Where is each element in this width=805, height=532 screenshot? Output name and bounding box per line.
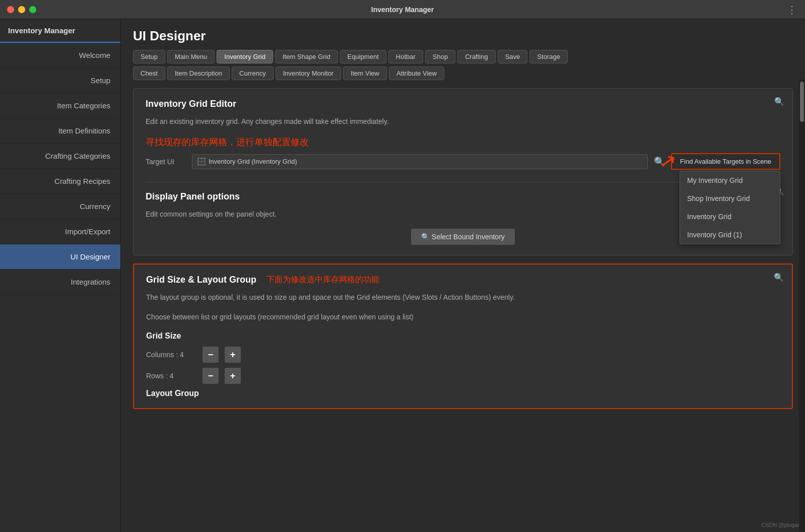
tab-storage[interactable]: Storage: [529, 50, 568, 63]
target-ui-select[interactable]: Inventory Grid (Inventory Grid): [192, 154, 648, 169]
target-ui-row: Target UI Inventory Grid (Inventory Grid…: [146, 153, 780, 170]
sidebar-header: Inventory Manager: [0, 19, 120, 43]
tab-hotbar[interactable]: Hotbar: [388, 50, 423, 63]
inventory-grid-editor-panel: 🔍 Inventory Grid Editor Edit an existing…: [133, 88, 793, 255]
dropdown-menu: My Inventory Grid Shop Inventory Grid In…: [680, 171, 780, 244]
rows-decrement-button[interactable]: −: [203, 368, 219, 384]
sidebar-item-item-definitions[interactable]: Item Definitions: [0, 118, 120, 144]
content-area: 🔍 Inventory Grid Editor Edit an existing…: [121, 83, 805, 532]
annotation-grid: 下面为修改选中库存网格的功能: [266, 275, 379, 285]
annotation-find-targets: 寻找现存的库存网格，进行单独配置修改: [146, 136, 309, 148]
inventory-grid-editor-title: Inventory Grid Editor: [146, 99, 780, 109]
app-container: Inventory Manager Welcome Setup Item Cat…: [0, 19, 805, 532]
maximize-button[interactable]: [29, 6, 36, 13]
grid-layout-desc1: The layout group is optional, it is used…: [146, 292, 780, 303]
columns-label: Columns : 4: [146, 351, 196, 359]
tab-chest[interactable]: Chest: [133, 66, 165, 80]
tab-attribute-view[interactable]: Attribute View: [389, 66, 444, 80]
dropdown-item-1[interactable]: Shop Inventory Grid: [680, 189, 780, 208]
sidebar-item-crafting-categories[interactable]: Crafting Categories: [0, 144, 120, 169]
grid-size-title: Grid Size: [146, 331, 780, 341]
tab-setup[interactable]: Setup: [133, 50, 165, 63]
tab-item-description[interactable]: Item Description: [167, 66, 230, 80]
tab-inventory-grid[interactable]: Inventory Grid: [217, 50, 273, 63]
inventory-grid-editor-desc: Edit an existing inventory grid. Any cha…: [146, 116, 780, 127]
title-bar: Inventory Manager ⋮: [0, 0, 805, 19]
rows-row: Rows : 4 − +: [146, 368, 780, 384]
panel-search-icon[interactable]: 🔍: [774, 97, 784, 106]
minimize-button[interactable]: [18, 6, 25, 13]
watermark: CSDN @jdogai: [761, 522, 799, 528]
window-title: Inventory Manager: [371, 6, 434, 14]
grid-size-layout-title: Grid Size & Layout Group: [146, 275, 256, 285]
scrollbar-thumb[interactable]: [800, 82, 804, 122]
dropdown-container: Find Available Targets in Scene My Inven…: [671, 153, 780, 170]
tab-save[interactable]: Save: [498, 50, 528, 63]
dropdown-item-3[interactable]: Inventory Grid (1): [680, 226, 780, 244]
sidebar-item-crafting-recipes[interactable]: Crafting Recipes: [0, 169, 120, 194]
close-button[interactable]: [7, 6, 14, 13]
layout-group-label: Layout Group: [146, 389, 780, 398]
sidebar: Inventory Manager Welcome Setup Item Cat…: [0, 19, 121, 532]
find-targets-button[interactable]: Find Available Targets in Scene: [671, 153, 780, 170]
grid-panel-search-icon[interactable]: 🔍: [774, 273, 784, 282]
tab-row-1: Setup Main Menu Inventory Grid Item Shap…: [121, 50, 805, 66]
window-controls: [7, 6, 36, 13]
select-bound-button[interactable]: 🔍 Select Bound Inventory: [411, 229, 515, 245]
tab-crafting[interactable]: Crafting: [457, 50, 496, 63]
grid-panel-header: Grid Size & Layout Group 下面为修改选中库存网格的功能: [146, 275, 780, 285]
sidebar-item-setup[interactable]: Setup: [0, 68, 120, 93]
page-title: UI Designer: [121, 19, 805, 50]
rows-increment-button[interactable]: +: [225, 368, 241, 384]
tab-main-menu[interactable]: Main Menu: [167, 50, 215, 63]
rows-label: Rows : 4: [146, 372, 196, 380]
tab-item-shape-grid[interactable]: Item Shape Grid: [275, 50, 338, 63]
tab-shop[interactable]: Shop: [425, 50, 455, 63]
columns-row: Columns : 4 − +: [146, 347, 780, 363]
sidebar-item-import-export[interactable]: Import/Export: [0, 219, 120, 244]
tab-currency[interactable]: Currency: [232, 66, 274, 80]
target-ui-label: Target UI: [146, 158, 186, 166]
sidebar-item-currency[interactable]: Currency: [0, 194, 120, 219]
grid-icon: [197, 158, 206, 166]
target-ui-value: Inventory Grid (Inventory Grid): [209, 158, 297, 165]
columns-decrement-button[interactable]: −: [203, 347, 219, 363]
sidebar-item-ui-designer[interactable]: UI Designer: [0, 244, 120, 270]
window-menu-icon[interactable]: ⋮: [787, 4, 797, 16]
sidebar-item-integrations[interactable]: Integrations: [0, 270, 120, 295]
search-circle-icon[interactable]: 🔍: [654, 156, 665, 167]
main-area: UI Designer Setup Main Menu Inventory Gr…: [121, 19, 805, 532]
tab-inventory-monitor[interactable]: Inventory Monitor: [276, 66, 341, 80]
tab-equipment[interactable]: Equipment: [340, 50, 386, 63]
grid-size-layout-panel: 🔍 Grid Size & Layout Group 下面为修改选中库存网格的功…: [133, 263, 793, 409]
sidebar-item-item-categories[interactable]: Item Categories: [0, 93, 120, 118]
sidebar-item-welcome[interactable]: Welcome: [0, 43, 120, 68]
scrollbar-track[interactable]: [799, 80, 805, 532]
columns-increment-button[interactable]: +: [225, 347, 241, 363]
tab-item-view[interactable]: Item View: [343, 66, 387, 80]
tab-row-2: Chest Item Description Currency Inventor…: [121, 66, 805, 83]
dropdown-item-2[interactable]: Inventory Grid: [680, 208, 780, 226]
dropdown-item-0[interactable]: My Inventory Grid: [680, 171, 780, 189]
grid-layout-desc2: Choose between list or grid layouts (rec…: [146, 312, 780, 322]
